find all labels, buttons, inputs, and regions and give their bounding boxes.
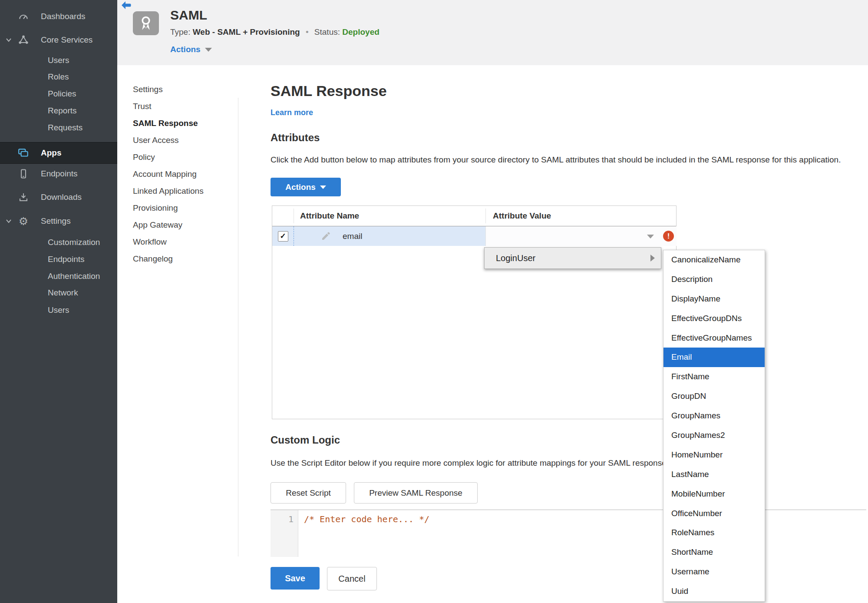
app-subnav: Settings Trust SAML Response User Access…: [117, 81, 237, 267]
subnav-item-workflow[interactable]: Workflow: [117, 233, 237, 250]
menu-item-rolenames[interactable]: RoleNames: [663, 523, 765, 543]
sidebar-item-settings[interactable]: ⚙ Settings: [0, 213, 117, 229]
menu-item-description[interactable]: Description: [663, 270, 765, 289]
error-icon: !: [663, 231, 674, 242]
sidebar-item-apps[interactable]: Apps: [0, 142, 117, 164]
app-badge-icon: [133, 11, 159, 35]
script-editor[interactable]: 1 /* Enter code here... */: [271, 510, 866, 557]
menu-item-firstname[interactable]: FirstName: [663, 367, 765, 387]
check-icon: ✓: [280, 232, 286, 241]
chevron-down-icon[interactable]: [4, 32, 13, 48]
preview-saml-response-button[interactable]: Preview SAML Response: [354, 482, 478, 504]
attribute-name-value: email: [343, 226, 362, 246]
attributes-table: Attribute Name Attribute Value ✓ email !: [272, 205, 677, 419]
app-title: SAML: [170, 8, 207, 23]
sidebar-item-core-services[interactable]: Core Services: [0, 32, 117, 48]
sidebar-item-label: Apps: [41, 142, 62, 163]
sidebar-item-label: Dashboards: [41, 8, 85, 25]
menu-item-groupdn[interactable]: GroupDN: [663, 387, 765, 406]
menu-item-canonicalizename[interactable]: CanonicalizeName: [663, 250, 765, 270]
value-menu-loginuser[interactable]: LoginUser: [484, 247, 661, 269]
app-header: SAML Type: Web - SAML + Provisioning • S…: [117, 0, 868, 65]
attribute-value-dropdown[interactable]: !: [485, 226, 677, 246]
cancel-button[interactable]: Cancel: [327, 567, 377, 590]
menu-item-mobilenumber[interactable]: MobileNumber: [663, 484, 765, 504]
status-label: Status:: [314, 27, 340, 36]
column-header-attribute-name: Attribute Name: [300, 206, 359, 226]
subnav-item-user-access[interactable]: User Access: [117, 132, 237, 149]
sidebar-item-label: Core Services: [41, 32, 92, 48]
sidebar-item-authentication[interactable]: Authentication: [0, 268, 117, 285]
subnav-item-linked-applications[interactable]: Linked Applications: [117, 182, 237, 199]
line-number: 1: [288, 514, 294, 524]
sidebar-item-downloads[interactable]: Downloads: [0, 189, 117, 205]
sidebar-item-roles[interactable]: Roles: [0, 69, 117, 85]
row-checkbox-checked[interactable]: ✓: [278, 231, 288, 242]
menu-item-effectivegroupdns[interactable]: EffectiveGroupDNs: [663, 309, 765, 328]
dropdown-caret-icon[interactable]: [647, 235, 654, 239]
gauge-icon: [17, 8, 30, 25]
table-header: Attribute Name Attribute Value: [272, 206, 676, 226]
back-arrow-icon[interactable]: [121, 1, 132, 10]
menu-item-uuid[interactable]: Uuid: [663, 582, 765, 601]
subnav-item-app-gateway[interactable]: App Gateway: [117, 216, 237, 233]
sidebar-item-requests[interactable]: Requests: [0, 119, 117, 136]
pencil-icon: [321, 231, 331, 241]
menu-item-lastname[interactable]: LastName: [663, 465, 765, 484]
sidebar-item-dashboards[interactable]: Dashboards: [0, 8, 117, 25]
menu-item-groupnames2[interactable]: GroupNames2: [663, 426, 765, 445]
screen: Dashboards Core Services Users Roles Pol…: [0, 0, 868, 603]
save-button[interactable]: Save: [271, 567, 320, 590]
exclamation-glyph: !: [667, 232, 670, 241]
sidebar-item-network[interactable]: Network: [0, 285, 117, 301]
menu-item-username[interactable]: Username: [663, 562, 765, 582]
editor-gutter: 1: [271, 510, 298, 557]
sidebar-item-policies[interactable]: Policies: [0, 86, 117, 102]
caret-down-icon: [205, 48, 212, 52]
menu-item-email-selected[interactable]: Email: [663, 348, 765, 367]
sidebar-item-label: Roles: [48, 69, 69, 85]
editor-code[interactable]: /* Enter code here... */: [304, 514, 429, 524]
attribute-name-cell: email: [294, 226, 485, 246]
menu-item-shortname[interactable]: ShortName: [663, 543, 765, 562]
row-select-cell: ✓: [272, 226, 294, 246]
menu-item-groupnames[interactable]: GroupNames: [663, 406, 765, 426]
sidebar-item-label: Reports: [48, 103, 77, 119]
content-divider: [238, 98, 238, 557]
apps-icon: [17, 142, 30, 163]
learn-more-link[interactable]: Learn more: [271, 108, 313, 117]
subnav-item-account-mapping[interactable]: Account Mapping: [117, 166, 237, 182]
menu-item-officenumber[interactable]: OfficeNumber: [663, 504, 765, 523]
sidebar-item-endpoints-settings[interactable]: Endpoints: [0, 251, 117, 268]
value-submenu: CanonicalizeName Description DisplayName…: [663, 250, 765, 602]
menu-item-displayname[interactable]: DisplayName: [663, 289, 765, 309]
header-divider: [294, 209, 294, 223]
table-row[interactable]: ✓ email !: [272, 226, 676, 246]
chevron-down-icon[interactable]: [4, 213, 13, 229]
save-label: Save: [285, 573, 305, 583]
attributes-actions-button[interactable]: Actions: [271, 178, 341, 196]
menu-item-homenumber[interactable]: HomeNumber: [663, 445, 765, 465]
type-value: Web - SAML + Provisioning: [193, 27, 300, 36]
app-actions-menu[interactable]: Actions: [170, 45, 212, 54]
sidebar-item-endpoints[interactable]: Endpoints: [0, 166, 117, 182]
subnav-item-provisioning[interactable]: Provisioning: [117, 199, 237, 216]
cancel-label: Cancel: [338, 574, 365, 584]
sidebar-item-reports[interactable]: Reports: [0, 103, 117, 119]
subnav-item-trust[interactable]: Trust: [117, 98, 237, 115]
menu-item-effectivegroupnames[interactable]: EffectiveGroupNames: [663, 328, 765, 348]
subnav-item-policy[interactable]: Policy: [117, 149, 237, 166]
sidebar-item-users-settings[interactable]: Users: [0, 302, 117, 318]
subnav-item-changelog[interactable]: Changelog: [117, 250, 237, 267]
core-services-icon: [17, 32, 30, 48]
sidebar-item-customization[interactable]: Customization: [0, 234, 117, 251]
sidebar-item-label: Requests: [48, 119, 83, 136]
reset-script-button[interactable]: Reset Script: [271, 482, 346, 504]
preview-saml-label: Preview SAML Response: [369, 488, 462, 498]
sidebar-item-users[interactable]: Users: [0, 52, 117, 69]
caret-down-icon: [320, 186, 326, 189]
subnav-item-settings[interactable]: Settings: [117, 81, 237, 98]
subnav-item-saml-response[interactable]: SAML Response: [117, 115, 237, 132]
meta-separator: •: [306, 27, 309, 36]
page-title: SAML Response: [271, 83, 387, 99]
